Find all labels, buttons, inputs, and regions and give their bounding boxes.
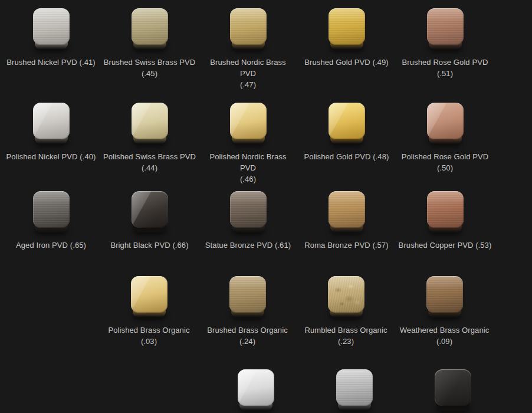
finish-label-line: Polished Brass Organic (.03) bbox=[103, 324, 196, 347]
standard-finishes-row: Durobrite Chrome (.01) Brushed Chrome (.… bbox=[206, 369, 532, 413]
finish-label: Polished Nordic Brass PVD(.46) bbox=[202, 151, 295, 185]
swatch-face bbox=[230, 8, 267, 45]
finish-label-line: Brushed Brass Organic (.24) bbox=[201, 324, 294, 347]
finish-label: Polished Swiss Brass PVD(.44) bbox=[103, 151, 196, 173]
finish-label: Brushed Swiss Brass PVD(.45) bbox=[104, 57, 195, 79]
finish-swatch[interactable] bbox=[336, 369, 373, 411]
finish-swatch[interactable] bbox=[427, 103, 464, 144]
finish-label: Aged Iron PVD (.65) bbox=[16, 240, 86, 251]
finish-option-polished-brass-organic-03[interactable]: Polished Brass Organic (.03) bbox=[100, 276, 198, 347]
finish-option-polished-gold-pvd-48[interactable]: Polished Gold PVD (.48) bbox=[297, 103, 396, 185]
finish-swatch[interactable] bbox=[329, 8, 365, 50]
finish-label-line: (.45) bbox=[104, 68, 195, 79]
finish-swatch[interactable] bbox=[230, 8, 267, 50]
finish-option-polished-nordic-brass-pvd-46[interactable]: Polished Nordic Brass PVD(.46) bbox=[199, 103, 297, 185]
finish-label: Polished Rose Gold PVD (.50) bbox=[399, 151, 492, 173]
finish-label-line: Polished Swiss Brass PVD bbox=[103, 151, 196, 162]
finish-option-aged-iron-pvd-65[interactable]: Aged Iron PVD (.65) bbox=[2, 191, 100, 251]
finish-swatch[interactable] bbox=[238, 369, 274, 411]
finish-swatch[interactable] bbox=[229, 276, 266, 317]
finish-label-line: Roma Bronze PVD (.57) bbox=[304, 240, 388, 251]
finish-swatch[interactable] bbox=[33, 191, 70, 232]
finish-label-line: Rumbled Brass Organic (.23) bbox=[300, 324, 393, 347]
finish-option-brushed-nordic-brass-pvd-47[interactable]: Brushed Nordic Brass PVD(.47) bbox=[199, 8, 297, 90]
swatch-face bbox=[33, 8, 70, 45]
swatch-face bbox=[427, 8, 464, 45]
finish-option-rumbled-brass-organic-23[interactable]: Rumbled Brass Organic (.23) bbox=[297, 276, 395, 347]
swatch-face bbox=[427, 191, 464, 228]
finish-swatch[interactable] bbox=[329, 103, 365, 144]
finish-label-line: Brushed Nickel PVD (.41) bbox=[6, 57, 96, 68]
finish-swatch[interactable] bbox=[132, 103, 168, 144]
swatch-face bbox=[426, 276, 463, 313]
finish-swatch[interactable] bbox=[426, 276, 463, 317]
finish-label: Brushed Gold PVD (.49) bbox=[304, 57, 388, 68]
finish-label-line: Brushed Gold PVD (.49) bbox=[304, 57, 388, 68]
finish-option-brushed-rose-gold-pvd-51[interactable]: Brushed Rose Gold PVD (.51) bbox=[396, 8, 494, 90]
finish-label: Polished Gold PVD (.48) bbox=[304, 151, 389, 162]
pvd-finishes-row-1: Brushed Nickel PVD (.41) Brushed Swiss B… bbox=[2, 8, 532, 90]
finish-option-brushed-chrome-28[interactable]: Brushed Chrome (.28) bbox=[305, 369, 403, 413]
swatch-face bbox=[328, 276, 364, 313]
finish-label: Brushed Rose Gold PVD (.51) bbox=[399, 57, 492, 79]
swatch-face bbox=[435, 369, 471, 406]
finish-option-statue-bronze-pvd-61[interactable]: Statue Bronze PVD (.61) bbox=[199, 191, 297, 251]
finish-label: Brushed Copper PVD (.53) bbox=[399, 240, 492, 251]
finish-option-brushed-swiss-brass-pvd-45[interactable]: Brushed Swiss Brass PVD(.45) bbox=[100, 8, 199, 90]
finish-label: Bright Black PVD (.66) bbox=[110, 240, 188, 251]
finish-label: Polished Brass Organic (.03) bbox=[103, 324, 196, 347]
finish-label-line: Polished Nordic Brass PVD bbox=[202, 151, 295, 173]
swatch-face bbox=[238, 369, 274, 406]
finish-option-brushed-copper-pvd-53[interactable]: Brushed Copper PVD (.53) bbox=[396, 191, 494, 251]
finish-option-polished-nickel-pvd-40[interactable]: Polished Nickel PVD (.40) bbox=[2, 103, 100, 185]
swatch-face bbox=[427, 103, 464, 139]
finish-swatch[interactable] bbox=[427, 191, 464, 232]
finish-label-line: Bright Black PVD (.66) bbox=[110, 240, 188, 251]
swatch-face bbox=[132, 8, 168, 45]
finish-option-roma-bronze-pvd-57[interactable]: Roma Bronze PVD (.57) bbox=[297, 191, 396, 251]
finish-label: Rumbled Brass Organic (.23) bbox=[300, 324, 393, 347]
swatch-face bbox=[132, 103, 168, 139]
finish-swatch[interactable] bbox=[329, 191, 365, 232]
finish-label: Brushed Nordic Brass PVD(.47) bbox=[202, 57, 295, 90]
finish-swatch[interactable] bbox=[230, 191, 267, 232]
swatch-face bbox=[336, 369, 373, 406]
finish-label-line: Brushed Swiss Brass PVD bbox=[104, 57, 195, 68]
finish-option-weathered-brass-organic-09[interactable]: Weathered Brass Organic(.09) bbox=[395, 276, 494, 347]
finish-option-polished-swiss-brass-pvd-44[interactable]: Polished Swiss Brass PVD(.44) bbox=[100, 103, 199, 185]
pvd-finishes-row-3: Aged Iron PVD (.65) Bright Black PVD (.6… bbox=[2, 191, 532, 251]
finish-label: Polished Nickel PVD (.40) bbox=[6, 151, 96, 162]
finish-label: Statue Bronze PVD (.61) bbox=[205, 240, 291, 251]
finish-swatch[interactable] bbox=[427, 8, 464, 50]
finish-swatch[interactable] bbox=[328, 276, 364, 317]
finish-swatch[interactable] bbox=[33, 8, 70, 50]
finish-option-bright-black-pvd-66[interactable]: Bright Black PVD (.66) bbox=[100, 191, 199, 251]
pvd-finishes-row-2: Polished Nickel PVD (.40) Polished Swiss… bbox=[2, 103, 532, 185]
swatch-face bbox=[230, 191, 267, 228]
finish-option-polished-rose-gold-pvd-50[interactable]: Polished Rose Gold PVD (.50) bbox=[396, 103, 494, 185]
finish-label-line: Brushed Nordic Brass PVD bbox=[202, 57, 295, 79]
finish-swatch[interactable] bbox=[132, 8, 168, 50]
swatch-face bbox=[132, 191, 168, 228]
finish-option-brushed-brass-organic-24[interactable]: Brushed Brass Organic (.24) bbox=[198, 276, 297, 347]
finish-swatch[interactable] bbox=[131, 276, 168, 317]
swatch-face bbox=[229, 276, 266, 313]
finish-label-line: Polished Rose Gold PVD (.50) bbox=[399, 151, 492, 173]
finish-label-line: Brushed Rose Gold PVD (.51) bbox=[399, 57, 492, 79]
finish-swatch[interactable] bbox=[435, 369, 471, 411]
finish-label-line: Polished Nickel PVD (.40) bbox=[6, 151, 96, 162]
finish-swatch[interactable] bbox=[33, 103, 70, 144]
finish-label: Weathered Brass Organic(.09) bbox=[400, 324, 490, 347]
swatch-face bbox=[131, 276, 168, 313]
finish-label: Brushed Brass Organic (.24) bbox=[201, 324, 294, 347]
finish-swatch[interactable] bbox=[132, 191, 168, 232]
finish-option-brushed-nickel-pvd-41[interactable]: Brushed Nickel PVD (.41) bbox=[2, 8, 100, 90]
finish-label-line: (.46) bbox=[202, 173, 295, 185]
organic-finishes-row: Polished Brass Organic (.03) Brushed Bra… bbox=[100, 276, 532, 347]
finish-option-brushed-gold-pvd-49[interactable]: Brushed Gold PVD (.49) bbox=[297, 8, 396, 90]
finish-label-line: Weathered Brass Organic bbox=[400, 324, 490, 336]
finish-label-line: Aged Iron PVD (.65) bbox=[16, 240, 86, 251]
finish-option-nero-21[interactable]: Nero (.21) bbox=[403, 369, 502, 413]
finish-swatch[interactable] bbox=[230, 103, 267, 144]
finish-option-durobrite-chrome-01[interactable]: Durobrite Chrome (.01) bbox=[206, 369, 305, 413]
